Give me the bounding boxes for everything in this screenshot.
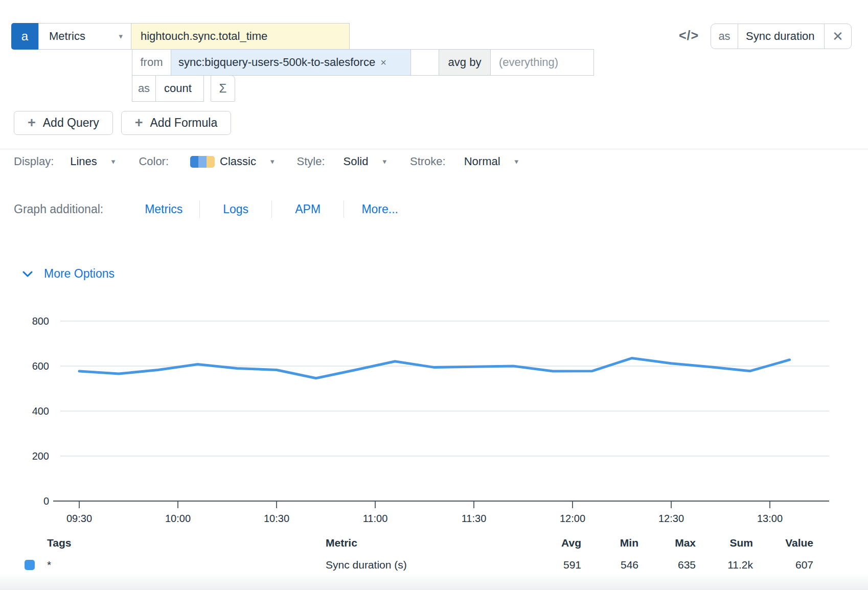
- remove-tag-icon[interactable]: ×: [380, 57, 386, 69]
- filter-tag[interactable]: sync:bigquery-users-500k-to-salesforce ×: [171, 49, 411, 76]
- legend-series-row[interactable]: * Sync duration (s) 591 546 635 11.2k 60…: [25, 553, 827, 577]
- query-letter-badge: a: [11, 23, 38, 50]
- chevron-down-icon[interactable]: ▾: [111, 157, 116, 166]
- col-min: Min: [581, 537, 638, 549]
- metric-name-input[interactable]: hightouch.sync.total_time: [131, 23, 350, 50]
- alias-input[interactable]: Sync duration: [738, 24, 825, 49]
- series-max: 635: [638, 559, 696, 571]
- svg-text:200: 200: [32, 450, 49, 462]
- data-source-select[interactable]: Metrics ▾: [38, 23, 131, 50]
- aggregator-button[interactable]: avg by: [439, 49, 491, 76]
- chevron-down-icon: [22, 271, 33, 277]
- chevron-down-icon[interactable]: ▾: [382, 157, 386, 166]
- group-by-input[interactable]: (everything): [490, 49, 594, 76]
- series-min: 546: [581, 559, 638, 571]
- svg-text:13:00: 13:00: [757, 513, 783, 524]
- swatch-color-2: [198, 156, 207, 168]
- series-value: 607: [753, 559, 813, 571]
- svg-text:12:00: 12:00: [560, 513, 585, 524]
- query-row-as: as count Σ: [132, 75, 235, 102]
- col-tags: Tags: [47, 537, 326, 549]
- from-label: from: [132, 49, 171, 76]
- add-formula-label: Add Formula: [150, 116, 218, 130]
- series-color-swatch: [25, 560, 35, 570]
- color-palette-swatch[interactable]: [190, 156, 215, 168]
- data-source-label: Metrics: [49, 30, 85, 43]
- display-type-select[interactable]: Lines: [70, 155, 97, 168]
- metric-name-value: hightouch.sync.total_time: [141, 30, 267, 43]
- timeseries-chart[interactable]: 020040060080009:3010:0010:3011:0011:3012…: [0, 279, 868, 529]
- style-select[interactable]: Solid: [344, 155, 369, 168]
- series-avg: 591: [530, 559, 581, 571]
- col-metric: Metric: [326, 537, 530, 549]
- swatch-color-1: [190, 156, 198, 168]
- chevron-down-icon[interactable]: ▾: [270, 157, 275, 166]
- col-value: Value: [753, 537, 813, 549]
- code-view-icon[interactable]: </>: [679, 28, 699, 43]
- query-row-main: a Metrics ▾ hightouch.sync.total_time: [11, 23, 350, 50]
- section-divider: [0, 149, 868, 149]
- graph-additional-more-link[interactable]: More...: [344, 202, 416, 216]
- svg-text:11:30: 11:30: [462, 513, 487, 524]
- style-label: Style:: [297, 155, 325, 168]
- col-avg: Avg: [530, 537, 581, 549]
- svg-text:800: 800: [32, 315, 49, 327]
- stroke-select[interactable]: Normal: [464, 155, 500, 168]
- display-label: Display:: [14, 155, 54, 168]
- svg-text:400: 400: [32, 405, 49, 417]
- swatch-color-3: [207, 156, 215, 168]
- series-sum: 11.2k: [696, 559, 753, 571]
- legend-header-row: Tags Metric Avg Min Max Sum Value: [25, 533, 827, 553]
- plus-icon: +: [135, 116, 143, 130]
- graph-additional-metrics-link[interactable]: Metrics: [128, 202, 199, 216]
- svg-text:09:30: 09:30: [66, 513, 92, 524]
- svg-text:10:00: 10:00: [165, 513, 191, 524]
- col-max: Max: [638, 537, 696, 549]
- stroke-label: Stroke:: [410, 155, 446, 168]
- graph-additional-apm-link[interactable]: APM: [272, 202, 344, 216]
- add-query-label: Add Query: [43, 116, 99, 130]
- graph-additional-label: Graph additional:: [14, 202, 103, 216]
- color-select[interactable]: Classic: [220, 155, 256, 168]
- svg-text:0: 0: [43, 495, 49, 507]
- svg-text:12:30: 12:30: [658, 513, 684, 524]
- line-chart-svg: 020040060080009:3010:0010:3011:0011:3012…: [0, 279, 868, 529]
- plus-icon: +: [28, 116, 36, 130]
- filter-input[interactable]: [410, 49, 439, 76]
- close-icon[interactable]: ✕: [825, 24, 851, 49]
- color-label: Color:: [139, 155, 169, 168]
- graph-additional-logs-link[interactable]: Logs: [200, 202, 271, 216]
- as-label: as: [132, 75, 156, 102]
- action-buttons: + Add Query + Add Formula: [14, 111, 231, 135]
- svg-text:11:00: 11:00: [363, 513, 388, 524]
- add-formula-button[interactable]: + Add Formula: [121, 111, 231, 135]
- series-metric: Sync duration (s): [326, 559, 530, 571]
- filter-tag-value: sync:bigquery-users-500k-to-salesforce: [178, 56, 375, 69]
- display-options-row: Display: Lines ▾ Color: Classic ▾ Style:…: [14, 155, 518, 168]
- alias-group: as Sync duration ✕: [711, 24, 852, 49]
- add-query-button[interactable]: + Add Query: [14, 111, 113, 135]
- alias-value: Sync duration: [746, 30, 815, 43]
- sigma-advanced-button[interactable]: Σ: [211, 75, 235, 102]
- chevron-down-icon: ▾: [119, 32, 123, 41]
- chevron-down-icon[interactable]: ▾: [515, 157, 519, 166]
- graph-additional-row: Graph additional: Metrics Logs APM More.…: [14, 200, 416, 218]
- alias-as-label: as: [711, 24, 738, 49]
- legend-table: Tags Metric Avg Min Max Sum Value * Sync…: [25, 533, 827, 577]
- query-row-from: from sync:bigquery-users-500k-to-salesfo…: [132, 49, 594, 76]
- metric-query-editor: a Metrics ▾ hightouch.sync.total_time </…: [0, 0, 868, 590]
- svg-text:10:30: 10:30: [264, 513, 289, 524]
- col-sum: Sum: [696, 537, 753, 549]
- svg-text:600: 600: [32, 360, 49, 372]
- series-tags: *: [47, 559, 326, 571]
- rollup-select[interactable]: count: [155, 75, 204, 102]
